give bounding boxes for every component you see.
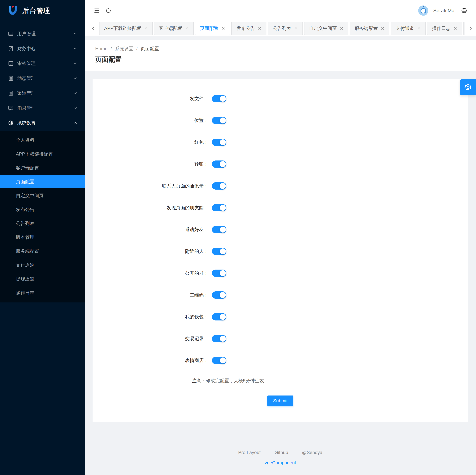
sidebar-submenu-item[interactable]: APP下载链接配置 (0, 147, 85, 161)
toggle-switch[interactable] (212, 357, 226, 364)
globe-icon[interactable] (459, 6, 469, 15)
tabs-scroll-left-icon[interactable] (88, 22, 99, 35)
tab[interactable]: 公告列表 (268, 22, 303, 35)
switch-label: 二维码： (93, 292, 208, 298)
form-row: 联系人页面的通讯录： (93, 179, 468, 193)
page-title: 页面配置 (95, 55, 465, 64)
logo[interactable]: 后台管理 (0, 0, 85, 21)
tab-close-icon[interactable] (185, 27, 189, 30)
sidebar-submenu-item[interactable]: 发布公告 (0, 203, 85, 216)
toggle-knob (220, 336, 226, 342)
tab-close-icon[interactable] (417, 27, 421, 30)
sidebar-menu-item[interactable]: 审核管理 (0, 57, 85, 70)
settings-drawer-button[interactable] (460, 79, 476, 95)
footer: Pro LayoutGithub@Sendya vueComponent (93, 440, 468, 475)
avatar[interactable] (418, 5, 428, 16)
sidebar-menu-item[interactable]: 用户管理 (0, 27, 85, 40)
sidebar-submenu-item[interactable]: 支付通道 (0, 258, 85, 272)
toggle-switch[interactable] (212, 95, 226, 102)
tab-close-icon[interactable] (294, 27, 298, 30)
sidebar-menu-item[interactable]: 消息管理 (0, 102, 85, 115)
switch-label: 发文件： (93, 96, 208, 102)
tab[interactable]: 自定义中间页 (304, 22, 348, 35)
tab-close-icon[interactable] (258, 27, 261, 30)
toggle-knob (220, 205, 226, 211)
reload-icon[interactable] (104, 6, 113, 15)
breadcrumb-section[interactable]: 系统设置 (115, 46, 133, 52)
tab-close-icon[interactable] (381, 27, 384, 30)
tab[interactable]: 支付通道 (391, 22, 426, 35)
tab[interactable]: APP下载链接配置 (99, 22, 153, 35)
sidebar-menu-item[interactable]: 系统设置 (0, 116, 85, 130)
toggle-switch[interactable] (212, 226, 226, 233)
tab-close-icon[interactable] (144, 27, 148, 30)
breadcrumb-current: 页面配置 (140, 46, 159, 52)
note-prefix: 注意： (192, 378, 206, 383)
chevron-down-icon (73, 106, 77, 110)
breadcrumb-home[interactable]: Home (95, 46, 108, 51)
footer-links: Pro LayoutGithub@Sendya (93, 450, 468, 455)
sidebar-submenu-item[interactable]: 服务端配置 (0, 245, 85, 258)
sidebar-submenu-item[interactable]: 操作日志 (0, 286, 85, 300)
toggle-switch[interactable] (212, 248, 226, 255)
tabs-scroll-right-icon[interactable] (465, 22, 476, 35)
tab[interactable]: 服务端配置 (350, 22, 389, 35)
tab[interactable]: 群聊 (463, 22, 465, 35)
switch-label: 我的钱包： (93, 314, 208, 320)
main-area: Serati Ma APP下载链接配置 (85, 0, 476, 475)
toggle-switch[interactable] (212, 335, 226, 342)
footer-link[interactable]: Pro Layout (238, 450, 260, 455)
tab[interactable]: 操作日志 (427, 22, 462, 35)
tab[interactable]: 发布公告 (231, 22, 266, 35)
sidebar-submenu-item[interactable]: 版本管理 (0, 231, 85, 244)
toggle-switch[interactable] (212, 313, 226, 321)
toggle-knob (220, 227, 226, 233)
toggle-switch[interactable] (212, 270, 226, 277)
sidebar-submenu: 个人资料 APP下载链接配置 客户端配置 页面配置 自定义中间页 发布公告 公告… (0, 131, 85, 303)
app-root: 后台管理 用户管理 财务中心 审核管理 动态管理 (0, 0, 476, 475)
sidebar-menu-item[interactable]: 动态管理 (0, 72, 85, 85)
footer-link[interactable]: @Sendya (302, 450, 322, 455)
toggle-switch[interactable] (212, 160, 226, 168)
toggle-knob (220, 96, 226, 102)
sidebar-submenu-item[interactable]: 公告列表 (0, 217, 85, 230)
table-icon (8, 31, 14, 36)
tab-close-icon[interactable] (221, 27, 225, 30)
toggle-switch[interactable] (212, 182, 226, 189)
chevron-down-icon (73, 62, 77, 65)
sidebar-submenu-item[interactable]: 页面配置 (0, 175, 85, 188)
sidebar-menu-item[interactable]: 渠道管理 (0, 87, 85, 100)
toggle-knob (220, 357, 226, 363)
footer-brand[interactable]: vueComponent (93, 460, 468, 465)
sidebar-submenu-item[interactable]: 客户端配置 (0, 161, 85, 174)
tab[interactable]: 页面配置 (195, 22, 230, 35)
toggle-switch[interactable] (212, 117, 226, 124)
toggle-knob (220, 183, 226, 189)
tab-close-icon[interactable] (454, 27, 457, 30)
profile-list-icon (8, 90, 14, 96)
switch-label: 红包： (93, 139, 208, 145)
tab-close-icon[interactable] (340, 27, 343, 30)
submit-button[interactable]: Submit (267, 395, 293, 406)
form-row: 位置： (93, 114, 468, 127)
gear-icon (8, 120, 14, 126)
toggle-switch[interactable] (212, 291, 226, 299)
sidebar-submenu-item[interactable]: 个人资料 (0, 134, 85, 147)
sidebar-submenu-item[interactable]: 提现通道 (0, 272, 85, 286)
switch-label: 联系人页面的通讯录： (93, 183, 208, 189)
breadcrumb-separator: / (111, 46, 112, 51)
toggle-knob (220, 270, 226, 276)
form-row: 邀请好友： (93, 223, 468, 236)
toggle-switch[interactable] (212, 204, 226, 211)
menu-fold-icon[interactable] (92, 6, 102, 15)
toggle-switch[interactable] (212, 139, 226, 146)
message-icon (8, 105, 14, 111)
sidebar-menu-item[interactable]: 财务中心 (0, 42, 85, 55)
user-name[interactable]: Serati Ma (433, 8, 455, 13)
toggle-knob (220, 139, 226, 145)
footer-link[interactable]: Github (274, 450, 288, 455)
chevron-down-icon (73, 77, 77, 80)
tab[interactable]: 客户端配置 (154, 22, 194, 35)
sidebar-submenu-item[interactable]: 自定义中间页 (0, 189, 85, 202)
form-row: 交易记录： (93, 332, 468, 345)
